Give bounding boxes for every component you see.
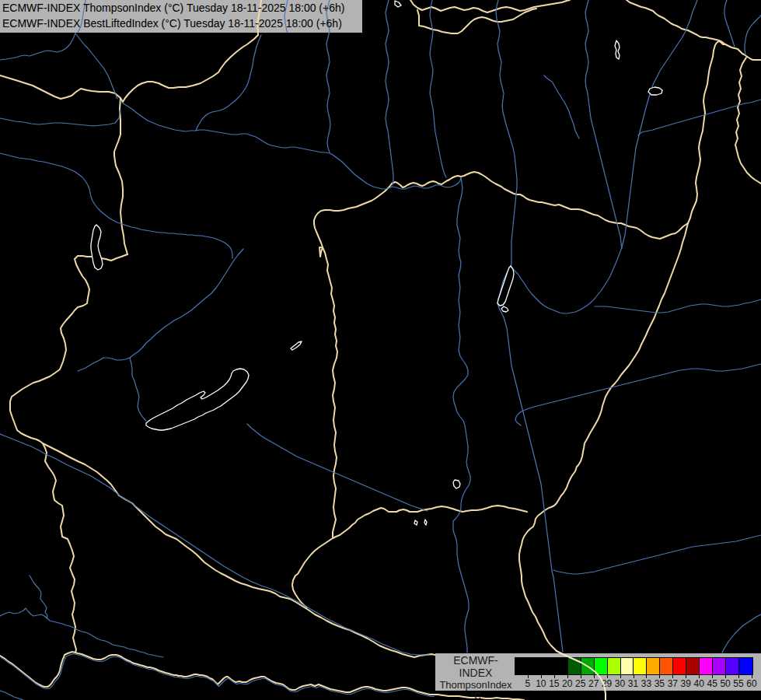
color-cell bbox=[686, 658, 700, 674]
map-title: ECMWF-INDEX ThompsonIndex (°C) Tuesday 1… bbox=[2, 1, 344, 31]
river-path bbox=[511, 0, 697, 313]
river-path bbox=[130, 358, 146, 421]
small-lake-outline bbox=[453, 480, 460, 488]
color-cell bbox=[673, 658, 686, 674]
color-cell bbox=[555, 658, 568, 674]
color-scale bbox=[515, 657, 753, 675]
color-cell bbox=[739, 658, 752, 674]
river-path bbox=[724, 0, 735, 47]
country-border-path bbox=[114, 98, 127, 254]
country-border-path bbox=[688, 41, 725, 223]
lake-tisza bbox=[497, 266, 514, 306]
river-path bbox=[0, 434, 429, 655]
small-lake-outline bbox=[501, 306, 508, 312]
country-border-path bbox=[0, 652, 433, 695]
country-border-path bbox=[0, 75, 120, 99]
river-path bbox=[497, 268, 563, 652]
title-line-2: ECMWF-INDEX BestLiftedIndex (°C) Tuesday… bbox=[2, 16, 344, 32]
country-borders bbox=[0, 0, 761, 700]
color-cell bbox=[542, 658, 555, 674]
lake-neusiedl bbox=[91, 225, 103, 270]
rivers bbox=[0, 0, 761, 700]
country-border-path bbox=[43, 443, 76, 653]
river-path bbox=[595, 299, 761, 313]
color-cell bbox=[568, 658, 581, 674]
color-cell bbox=[700, 658, 713, 674]
country-border-path bbox=[519, 223, 688, 651]
lakes bbox=[91, 1, 662, 525]
color-cell bbox=[647, 658, 660, 674]
river-path bbox=[553, 535, 761, 574]
legend-panel: ECMWF-INDEX ThompsonIndex °C 51015202527… bbox=[435, 653, 761, 691]
color-cell bbox=[608, 658, 621, 674]
title-line-1: ECMWF-INDEX ThompsonIndex (°C) Tuesday 1… bbox=[2, 1, 344, 16]
legend-labels: ECMWF-INDEX ThompsonIndex °C bbox=[437, 654, 515, 700]
river-path bbox=[0, 608, 163, 657]
legend-overlay-line bbox=[0, 0, 761, 700]
color-cell bbox=[529, 658, 542, 674]
river-path bbox=[722, 614, 761, 653]
river-path bbox=[430, 0, 446, 177]
river-path bbox=[75, 33, 117, 99]
river-path bbox=[78, 249, 243, 371]
color-cell bbox=[581, 658, 595, 674]
country-border-path bbox=[10, 254, 127, 443]
river-path bbox=[30, 576, 47, 618]
country-border-path bbox=[292, 506, 527, 607]
small-lake-outline bbox=[414, 520, 417, 525]
country-border-path bbox=[417, 9, 536, 33]
color-cell bbox=[595, 658, 608, 674]
color-cell bbox=[621, 658, 634, 674]
color-cell bbox=[726, 658, 739, 674]
river-path bbox=[585, 0, 622, 249]
river-path bbox=[386, 0, 393, 185]
river-path bbox=[496, 0, 517, 268]
legend-title: ECMWF-INDEX bbox=[437, 654, 515, 679]
river-path bbox=[745, 16, 761, 54]
color-cell bbox=[634, 658, 647, 674]
river-path bbox=[247, 424, 428, 511]
legend-subtitle: ThompsonIndex bbox=[437, 679, 515, 691]
small-lake-outline bbox=[291, 341, 302, 350]
river-path bbox=[515, 364, 761, 425]
river-path bbox=[544, 75, 579, 138]
scale-tick-label: 60 bbox=[742, 678, 761, 689]
river-path bbox=[2, 654, 435, 697]
color-cell bbox=[515, 658, 529, 674]
river-path bbox=[0, 33, 75, 60]
river-path bbox=[0, 153, 232, 258]
river-path bbox=[196, 35, 261, 131]
river-path bbox=[453, 177, 470, 653]
legend-unit: °C bbox=[437, 691, 515, 700]
river-path bbox=[0, 691, 23, 700]
small-lake-outline bbox=[615, 40, 620, 59]
small-lake-outline bbox=[395, 1, 401, 7]
small-lake-outline bbox=[424, 520, 427, 525]
river-path bbox=[120, 101, 392, 189]
river-path bbox=[638, 100, 761, 135]
small-lake-outline bbox=[648, 87, 662, 95]
country-border-path bbox=[735, 58, 761, 184]
river-path bbox=[392, 177, 461, 189]
country-border-path bbox=[410, 0, 570, 12]
lake-balaton bbox=[146, 369, 249, 430]
country-border-path bbox=[319, 247, 337, 538]
country-border-path bbox=[314, 172, 688, 247]
weather-map bbox=[0, 0, 761, 700]
color-cell bbox=[660, 658, 673, 674]
weather-map-screen: ECMWF-INDEX ThompsonIndex (°C) Tuesday 1… bbox=[0, 0, 761, 700]
country-border-path bbox=[627, 0, 761, 60]
country-border-path bbox=[43, 443, 435, 657]
river-path bbox=[0, 109, 120, 126]
color-cell bbox=[713, 658, 726, 674]
